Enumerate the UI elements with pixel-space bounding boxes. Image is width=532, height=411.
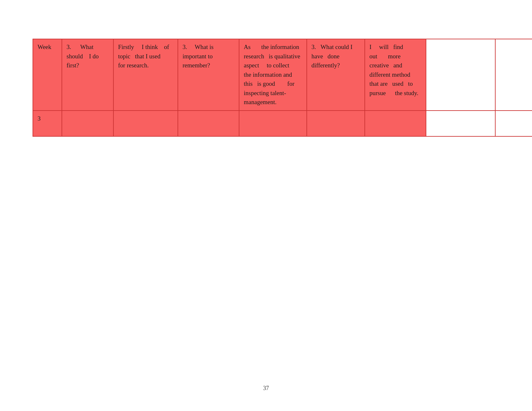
cell-q3-could: 3. What could I have done differently?	[307, 39, 365, 111]
cell-week-3: 3	[33, 111, 62, 136]
cell-r2-c6	[307, 111, 365, 136]
cell-q3-what2: 3. What is important to remember?	[178, 39, 239, 111]
cell-r2-c5	[239, 111, 307, 136]
cell-week-header: Week	[33, 39, 62, 111]
cell-r2-c4	[178, 111, 239, 136]
cell-i-will: I will find out more creative and differ…	[365, 39, 426, 111]
cell-as-the: As the information research is qualitati…	[239, 39, 307, 111]
cell-empty-2	[495, 39, 532, 111]
cell-r2-c2	[62, 111, 113, 136]
table-row-2: 3	[33, 111, 532, 136]
page-container: Week 3. What should I do first? Firstly …	[0, 0, 532, 411]
table-row: Week 3. What should I do first? Firstly …	[33, 39, 532, 111]
table-wrapper: Week 3. What should I do first? Firstly …	[33, 39, 500, 137]
cell-q3-what: 3. What should I do first?	[62, 39, 113, 111]
cell-r2-c7	[365, 111, 426, 136]
cell-empty-1	[426, 39, 495, 111]
cell-r2-c3	[113, 111, 178, 136]
main-table: Week 3. What should I do first? Firstly …	[33, 39, 532, 137]
cell-firstly: Firstly I think of topic that I used for…	[113, 39, 178, 111]
page-number: 37	[263, 385, 269, 392]
cell-r2-c8	[426, 111, 495, 136]
cell-r2-c9	[495, 111, 532, 136]
